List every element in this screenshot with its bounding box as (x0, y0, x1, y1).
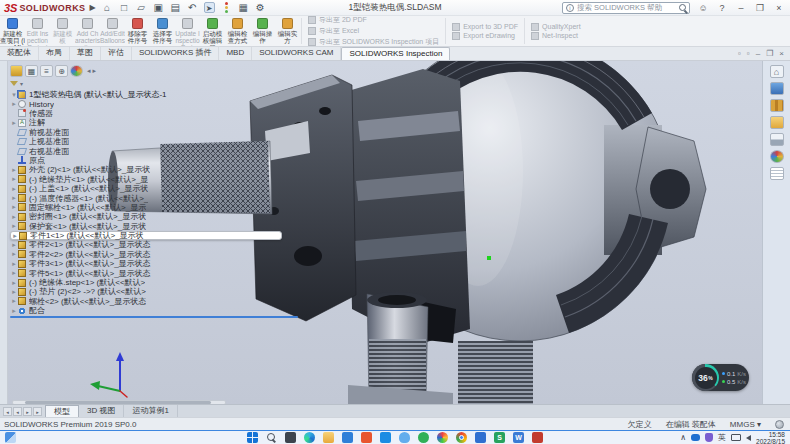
units-selector[interactable]: MMGS ▾ (730, 420, 761, 429)
taskbar-app-icon[interactable] (532, 432, 543, 443)
quick-access-icon[interactable]: ▱ (136, 2, 147, 13)
expand-arrow-icon[interactable]: ▸ (10, 269, 18, 277)
expand-arrow-icon[interactable]: ▸ (10, 297, 18, 305)
task-pane-icon[interactable] (770, 116, 784, 129)
tab-nav-arrow-icon[interactable]: ◂ (13, 407, 22, 416)
tab-nav-arrow-icon[interactable]: ▸ (33, 407, 42, 416)
security-shield-icon[interactable] (705, 433, 713, 442)
expand-arrow-icon[interactable]: ▸ (10, 288, 18, 296)
expand-arrow-icon[interactable]: ▸ (10, 213, 18, 221)
export-menu-item[interactable]: QualityXpert (531, 23, 581, 31)
document-tab[interactable]: 运动算例1 (124, 405, 177, 417)
export-menu-item[interactable]: Export to 3D PDF (452, 23, 518, 31)
doc-window-control-icon[interactable]: – (756, 49, 760, 58)
rollback-bar[interactable] (10, 316, 298, 318)
expand-arrow-icon[interactable]: ▾ (10, 91, 18, 99)
doc-window-control-icon[interactable]: ▫ (738, 49, 741, 58)
tree-item[interactable]: ▸ 配合 (10, 306, 306, 315)
expand-arrow-icon[interactable]: ▸ (10, 260, 18, 268)
menu-flyout-arrow-icon[interactable]: ▶ (89, 3, 95, 12)
export-menu-item[interactable]: 导出至 SOLIDWORKS Inspection 项目 (308, 37, 439, 47)
quick-access-icon[interactable] (221, 2, 232, 13)
taskbar-app-icon[interactable] (456, 432, 467, 443)
close-button[interactable]: × (773, 3, 785, 13)
minimize-button[interactable]: – (735, 3, 747, 13)
ribbon-button[interactable]: 启动模板编辑器 (200, 16, 225, 46)
doc-window-control-icon[interactable]: × (779, 49, 784, 58)
taskbar-app-icon[interactable] (399, 432, 410, 443)
task-pane-icon[interactable] (770, 133, 784, 146)
touch-keyboard-icon[interactable] (731, 434, 741, 441)
expand-arrow-icon[interactable]: ▸ (10, 307, 18, 315)
document-tab[interactable]: 3D 视图 (79, 405, 124, 417)
expand-arrow-icon[interactable]: ▸ (10, 203, 18, 211)
expand-arrow-icon[interactable]: ▸ (10, 279, 18, 287)
expand-arrow-icon[interactable]: ▸ (10, 185, 18, 193)
login-icon[interactable]: ☺ (697, 3, 709, 13)
tree-item[interactable]: ▸ History (10, 99, 306, 108)
taskbar-app-icon[interactable] (247, 432, 258, 443)
ribbon-button[interactable]: 编辑实方 (275, 16, 300, 46)
ribbon-button[interactable]: 选择零件序号 (150, 16, 175, 46)
expand-arrow-icon[interactable]: ▸ (10, 250, 18, 258)
panel-tabs-overflow[interactable]: ◂ ▸ (87, 67, 96, 75)
quick-access-icon[interactable]: ⌂ (102, 2, 113, 13)
taskbar-app-icon[interactable] (380, 432, 391, 443)
property-manager-icon[interactable]: ▦ (25, 65, 38, 77)
command-tab[interactable]: 评估 (101, 47, 132, 60)
quick-access-icon[interactable]: ▦ (238, 2, 249, 13)
search-icon[interactable] (679, 4, 686, 11)
help-button[interactable]: ? (716, 3, 728, 13)
dimxpert-icon[interactable]: ⊕ (55, 65, 68, 77)
tree-root-item[interactable]: ▾ 1型铠装热电偶 (默认<默认_显示状态-1 (10, 90, 306, 99)
taskbar-app-icon[interactable] (342, 432, 353, 443)
ime-indicator[interactable]: 英 (718, 433, 726, 443)
command-tab[interactable]: 草图 (70, 47, 101, 60)
ribbon-button[interactable]: Edit Inspection Project (25, 16, 50, 46)
command-tab[interactable]: 装配体 (0, 47, 39, 60)
taskbar-app-icon[interactable] (285, 432, 296, 443)
tab-nav-arrow-icon[interactable]: ▸ (23, 407, 32, 416)
command-tab[interactable]: 布局 (39, 47, 70, 60)
export-menu-item[interactable]: Net-Inspect (531, 32, 581, 40)
ribbon-button[interactable]: 编辑检查方式 (225, 16, 250, 46)
taskbar-app-icon[interactable] (437, 432, 448, 443)
tray-chevron-up-icon[interactable]: ∧ (680, 433, 686, 443)
taskbar-app-icon[interactable] (418, 432, 429, 443)
taskbar-app-icon[interactable]: W (513, 432, 524, 443)
task-pane-icon[interactable]: ⌂ (770, 65, 784, 78)
tree-item[interactable]: ▸ 传感器 (10, 109, 306, 118)
feature-tree-icon[interactable] (10, 65, 23, 77)
configuration-manager-icon[interactable]: ≡ (40, 65, 53, 77)
quick-access-icon[interactable]: ▤ (170, 2, 181, 13)
taskbar-clock[interactable]: 15:58 2022/8/15 (756, 431, 785, 444)
doc-window-control-icon[interactable]: ❐ (766, 49, 773, 58)
task-pane-icon[interactable] (770, 167, 784, 180)
net-speed-overlay[interactable]: 36% 0.1K/s 0.5K/s (692, 364, 749, 391)
expand-arrow-icon[interactable]: ▸ (10, 241, 18, 249)
restore-button[interactable]: ❐ (754, 3, 766, 13)
export-menu-item[interactable]: Export eDrawing (452, 32, 518, 40)
quick-access-icon[interactable]: ⚙ (255, 2, 266, 13)
expand-arrow-icon[interactable]: ▸ (10, 222, 18, 230)
ribbon-button[interactable]: Add Characteristic (75, 16, 100, 46)
ribbon-button[interactable]: 新建模板 (50, 16, 75, 46)
ribbon-button[interactable]: 编辑操作 (250, 16, 275, 46)
expand-arrow-icon[interactable]: ▸ (10, 175, 18, 183)
widgets-icon[interactable] (5, 432, 16, 443)
command-tab[interactable]: SOLIDWORKS Inspection (341, 47, 450, 60)
tree-item[interactable]: ▸ 零件1<1> (默认<<默认>_显示状 (10, 231, 282, 240)
ribbon-button[interactable]: 新建检查项目 (imp;M) (0, 16, 25, 46)
help-search-box[interactable]: i 搜索 SOLIDWORKS 帮助 (562, 2, 690, 14)
quick-access-icon[interactable]: ➤ (204, 2, 215, 13)
expand-arrow-icon[interactable]: ▸ (10, 166, 18, 174)
expand-arrow-icon[interactable]: ▸ (10, 100, 18, 108)
speaker-icon[interactable] (746, 435, 751, 441)
onedrive-icon[interactable] (691, 434, 700, 441)
taskbar-app-icon[interactable] (304, 432, 315, 443)
ribbon-button[interactable]: 移除零件序号 (125, 16, 150, 46)
doc-window-control-icon[interactable]: ▫ (747, 49, 750, 58)
taskbar-app-icon[interactable] (475, 432, 486, 443)
taskbar-app-icon[interactable] (361, 432, 372, 443)
ribbon-button[interactable]: Add/Edit Balloons (100, 16, 125, 46)
